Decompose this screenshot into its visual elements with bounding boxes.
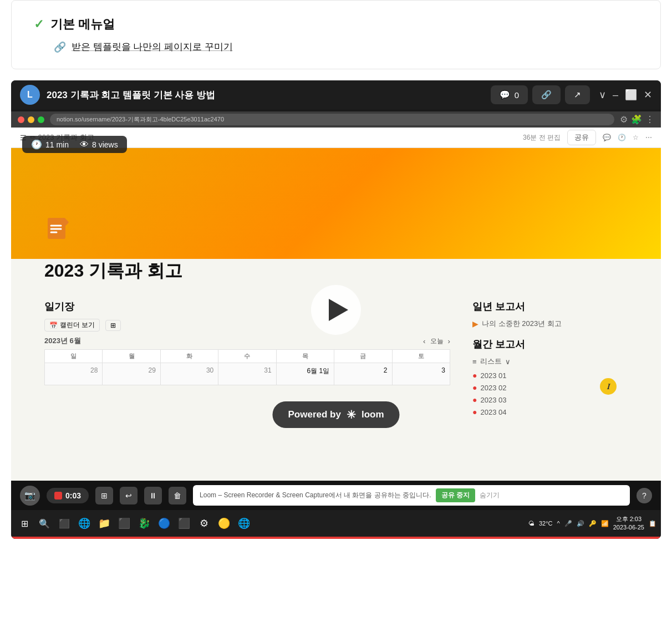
loom-video-title: 2023 기록과 회고 템플릿 기본 사용 방법 [47,89,215,101]
monthly-item-4: ● 2023 04 [472,407,628,416]
time-display: 0:03 [65,491,81,500]
browser-action-icons: ⚙ 🧩 ⋮ [620,114,654,125]
play-button[interactable] [311,285,361,335]
start-button[interactable]: ⊞ [16,514,33,532]
windows-taskbar: ⊞ 🔍 ⬛ 🌐 📁 ⬛ 🐉 🔵 ⬛ ⚙ 🟡 [11,510,661,537]
calendar-cell[interactable]: 2 [334,363,392,385]
browser-menu-icon: ⋮ [645,114,654,125]
loom-brand: loom [362,409,384,420]
taskbar-item-4[interactable]: 🐉 [135,514,153,532]
calendar-day-thu: 목 [276,350,334,363]
table-view-button[interactable]: ⊞ [105,320,121,331]
pause-button[interactable]: ⏸ [144,487,162,504]
calendar-cell[interactable]: 29 [103,363,160,385]
title-row: ✓ 기본 메뉴얼 [34,16,638,33]
clock-time: 오후 2:03 [613,515,644,523]
calendar-nav: ‹ 오늘 › [423,337,450,346]
taskbar-item-6[interactable]: ⬛ [175,514,193,532]
taskview-icon: ⬛ [59,518,70,529]
monthly-icon-3: ● [472,395,477,404]
undo-button[interactable]: ↩ [120,487,138,504]
taskbar-icon-9: 🌐 [238,517,250,529]
taskbar-item-5[interactable]: 🔵 [155,514,173,532]
top-section: ✓ 기본 메뉴얼 🔗 받은 템플릿을 나만의 페이지로 꾸미기 [11,0,661,69]
temperature: 32°C [539,520,553,527]
minimize-icon[interactable]: – [613,89,618,101]
clock-icon-top: 🕐 [618,134,626,141]
subtitle-link[interactable]: 받은 템플릿을 나만의 페이지로 꾸미기 [72,40,233,53]
chevron-down-icon[interactable]: ∨ [599,89,606,101]
restore-icon[interactable]: ⬜ [625,89,637,101]
taskbar-icon-8: 🟡 [218,517,230,529]
taskbar-arrow-up: ^ [557,520,560,527]
calendar-next-button[interactable]: › [448,337,450,345]
hide-button[interactable]: 숨기기 [480,491,500,500]
camera-button[interactable]: 📷 [20,486,40,506]
taskbar-item-8[interactable]: 🟡 [215,514,233,532]
loom-stats-bar: 🕐 11 min 👁 8 views [22,136,127,153]
vpn-icon: 🔑 [589,520,597,527]
calendar-day-tue: 화 [160,350,218,363]
share-notification: Loom – Screen Recorder & Screen Capture에… [193,485,630,506]
browser-controls [18,116,44,123]
monthly-item-label-4[interactable]: 2023 04 [480,408,506,416]
monthly-icon-4: ● [472,407,477,416]
comment-button[interactable]: 💬 0 [491,85,528,104]
notion-header-bg [11,148,661,259]
monthly-item-label-1[interactable]: 2023 01 [480,371,506,380]
calendar-grid: 일 월 화 수 목 금 토 28 29 30 [44,349,450,385]
calendar-cell[interactable]: 31 [218,363,276,385]
notion-page-title: 2023 기록과 회고 [44,259,628,283]
taskview-button[interactable]: ⬛ [55,514,73,532]
search-button[interactable]: 🔍 [35,514,53,532]
calendar-view-button[interactable]: 📅 캘린더 보기 [44,319,100,332]
taskbar-right-area: 🌤 32°C ^ 🎤 🔊 🔑 📶 오후 2:03 2023-06-25 📋 [528,515,656,532]
monthly-report-title: 월간 보고서 [472,338,628,351]
windows-icon: ⊞ [21,518,28,529]
search-icon: 🔍 [39,518,50,529]
calendar-icon: 📅 [49,322,58,329]
calendar-cell[interactable]: 28 [45,363,103,385]
views-stat: 👁 8 views [80,140,118,150]
duration-value: 11 min [45,140,69,149]
comment-icon-top: 💬 [603,134,611,141]
taskbar-item-2[interactable]: 📁 [95,514,113,532]
taskbar-item-1[interactable]: 🌐 [75,514,93,532]
close-icon[interactable]: ✕ [644,89,652,101]
taskbar-clock: 오후 2:03 2023-06-25 [613,515,644,532]
browser-url-bar[interactable]: notion.so/username/2023-기록과회고-4bleDC25e3… [50,114,614,125]
copy-link-button[interactable]: 🔗 [532,85,561,104]
taskbar-icon-3: ⬛ [118,517,130,529]
link-icon: 🔗 [541,90,552,100]
calendar-day-fri: 금 [334,350,392,363]
notion-share-button[interactable]: 공유 [567,130,596,145]
grid-view-button[interactable]: ⊞ [95,487,113,504]
monthly-item-label-2[interactable]: 2023 02 [480,384,506,392]
calendar-cell[interactable]: 6월 1일 [276,363,334,385]
taskbar-item-3[interactable]: ⬛ [115,514,133,532]
calendar-cell[interactable]: 30 [160,363,218,385]
today-button[interactable]: 오늘 [430,337,444,346]
annual-report-title: 일년 보고서 [472,300,628,313]
taskbar-item-7[interactable]: ⚙ [195,514,213,532]
taskbar-item-9[interactable]: 🌐 [235,514,253,532]
stop-sharing-button[interactable]: 공유 중지 [436,488,475,502]
list-view-button[interactable]: ≡ 리스트 ∨ [472,356,628,366]
calendar-header: 2023년 6월 ‹ 오늘 › [44,336,450,346]
calendar-cell[interactable]: 3 [392,363,450,385]
calendar-prev-button[interactable]: ‹ [423,337,425,345]
monthly-item-label-3[interactable]: 2023 03 [480,396,506,404]
taskbar-icon-7: ⚙ [200,517,208,529]
taskbar-icon-4: 🐉 [138,517,150,529]
eye-icon: 👁 [80,140,89,150]
open-external-button[interactable]: ↗ [565,85,590,104]
edit-time: 36분 전 편집 [523,133,561,142]
calendar-day-mon: 월 [103,350,160,363]
video-container: L 2023 기록과 회고 템플릿 기본 사용 방법 💬 0 🔗 ↗ ∨ – ⬜… [11,80,661,539]
delete-button[interactable]: 🗑 [169,487,186,504]
loom-actions: 💬 0 🔗 ↗ ∨ – ⬜ ✕ [491,85,652,104]
annual-link-text[interactable]: 나의 소중한 2023년 회고 [482,319,562,329]
annual-link-item: ▶ 나의 소중한 2023년 회고 [472,319,628,329]
link-pencil-icon: 🔗 [54,41,66,53]
help-button[interactable]: ? [637,488,652,503]
